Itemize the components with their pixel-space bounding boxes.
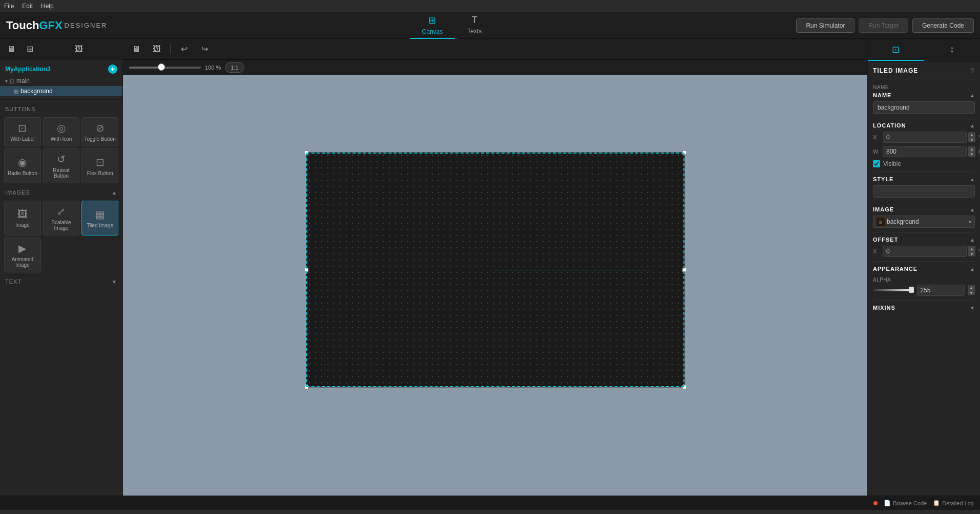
- undo-button[interactable]: ↩: [177, 42, 191, 56]
- alpha-decrement[interactable]: ▼: [968, 290, 975, 295]
- handle-bottom-right[interactable]: [682, 385, 686, 389]
- menu-help[interactable]: Help: [41, 3, 54, 10]
- detailed-log-button[interactable]: 📋 Detailed Log: [933, 500, 974, 506]
- text-section-toggle[interactable]: ▼: [112, 279, 117, 285]
- w-decrement[interactable]: ▼: [968, 152, 975, 157]
- tab-canvas[interactable]: ⊞ Canvas: [410, 12, 455, 39]
- alpha-increment[interactable]: ▲: [968, 285, 975, 290]
- location-xy-row: X ▲ ▼ Y ▲ ▼: [873, 132, 975, 143]
- x-input[interactable]: [883, 132, 967, 143]
- menu-edit[interactable]: Edit: [22, 3, 33, 10]
- alpha-thumb[interactable]: [909, 287, 914, 293]
- canvas-tab-label: Canvas: [422, 28, 443, 35]
- offset-x-increment[interactable]: ▲: [968, 246, 975, 251]
- name-collapse[interactable]: ▲: [970, 93, 975, 98]
- generate-code-button[interactable]: Generate Code: [912, 18, 974, 33]
- mixins-collapse[interactable]: ▼: [970, 305, 975, 311]
- images-section-header: IMAGES ▲: [4, 187, 118, 198]
- w-increment[interactable]: ▲: [968, 146, 975, 152]
- offset-collapse[interactable]: ▲: [970, 237, 975, 243]
- repeat-button-widget[interactable]: ↺ Repeat Button: [43, 148, 80, 183]
- help-icon[interactable]: ?: [970, 67, 975, 75]
- images-section-toggle[interactable]: ▲: [112, 190, 117, 196]
- w-stepper: ▲ ▼: [968, 146, 975, 157]
- right-tabs: ⊡ ↕: [868, 39, 980, 61]
- handle-top-right[interactable]: [682, 151, 686, 155]
- visible-checkbox[interactable]: [873, 160, 880, 167]
- image-selector[interactable]: ▦ background ▾: [873, 216, 975, 228]
- add-item-button[interactable]: +: [108, 65, 117, 74]
- flex-button-widget[interactable]: ⊡ Flex Button: [81, 148, 118, 183]
- radio-button-widget[interactable]: ◉ Radio Button: [4, 148, 41, 183]
- with-label-text: With Label: [10, 136, 34, 142]
- panel-title: TILED IMAGE ?: [873, 67, 975, 75]
- x-increment[interactable]: ▲: [968, 132, 975, 137]
- canvas-screen-icon[interactable]: 🖥: [129, 42, 143, 56]
- tree-item-main[interactable]: ▾ ◻ main: [0, 76, 122, 86]
- w-input[interactable]: [883, 146, 967, 157]
- toolbar-row: 🖥 ⊞ 🖼: [0, 39, 122, 59]
- handle-top-left[interactable]: [304, 151, 308, 155]
- handle-mid-right[interactable]: [682, 268, 686, 272]
- canvas-viewport[interactable]: 100 % 1:1: [123, 59, 867, 496]
- tiled-background: [306, 153, 684, 387]
- screen-view-button[interactable]: 🖥: [4, 42, 18, 56]
- toggle-button-widget[interactable]: ⊘ Toggle Button: [81, 117, 118, 146]
- run-target-button[interactable]: Run Target: [859, 18, 908, 33]
- scalable-image-widget[interactable]: ⤢ Scalable Image: [43, 201, 80, 235]
- tree-item-background[interactable]: ▦ background: [0, 86, 122, 96]
- zoom-thumb[interactable]: [158, 63, 165, 71]
- buttons-section-label: Buttons: [5, 106, 35, 112]
- with-label-widget[interactable]: ⊡ With Label: [4, 117, 41, 146]
- zoom-slider[interactable]: [129, 67, 201, 69]
- tiled-image-widget[interactable]: ▦ Tiled Image: [81, 201, 118, 235]
- grid-view-button[interactable]: ⊞: [23, 42, 37, 56]
- image-section-header: IMAGE ▲: [873, 206, 975, 212]
- canvas-tab-icon: ⊞: [428, 15, 436, 26]
- style-collapse[interactable]: ▲: [970, 177, 975, 182]
- style-select[interactable]: [873, 185, 975, 198]
- menu-file[interactable]: File: [4, 3, 14, 10]
- buttons-grid: ⊡ With Label ◎ With Icon ⊘ Toggle Button…: [4, 117, 118, 183]
- app-name[interactable]: MyApplication3: [5, 66, 51, 73]
- tab-texts[interactable]: T Texts: [455, 12, 494, 39]
- name-section-header: NAME ▲: [873, 92, 975, 98]
- run-simulator-button[interactable]: Run Simulator: [796, 18, 854, 33]
- with-icon-widget[interactable]: ◎ With Icon: [43, 117, 80, 146]
- handle-bottom-left[interactable]: [304, 385, 308, 389]
- location-section-header: LOCATION ▲: [873, 122, 975, 128]
- x-stepper: ▲ ▼: [968, 132, 975, 142]
- handle-mid-left[interactable]: [304, 268, 308, 272]
- alpha-slider[interactable]: [873, 289, 914, 291]
- appearance-collapse[interactable]: ▲: [970, 266, 975, 272]
- nav-tabs: ⊞ Canvas T Texts: [410, 12, 494, 39]
- tree-item-background-label: background: [20, 88, 53, 95]
- tiled-image-icon: ▦: [95, 208, 105, 221]
- tree-panel: MyApplication3 + ▾ ◻ main ▦ background: [0, 59, 122, 100]
- location-collapse[interactable]: ▲: [970, 123, 975, 128]
- name-input[interactable]: [873, 101, 975, 114]
- text-section-label: TEXT: [5, 279, 22, 285]
- offset-x-input[interactable]: [883, 246, 967, 257]
- offset-x-decrement[interactable]: ▼: [968, 251, 975, 256]
- canvas-image-icon[interactable]: 🖼: [150, 42, 164, 56]
- w-coord-group: W ▲ ▼: [873, 146, 975, 157]
- animated-image-widget[interactable]: ▶ Animated Image: [4, 238, 41, 272]
- canvas-view-button[interactable]: 🖼: [72, 42, 86, 56]
- image-icon: ▦: [13, 88, 18, 95]
- image-collapse[interactable]: ▲: [970, 207, 975, 212]
- divider-5: [873, 232, 975, 232]
- screen-frame[interactable]: [306, 152, 685, 388]
- alpha-stepper: ▲ ▼: [968, 285, 975, 295]
- mixins-section-title: MIXINS: [873, 305, 895, 311]
- alpha-input[interactable]: [917, 285, 965, 296]
- toggle-button-icon: ⊘: [96, 122, 105, 134]
- tree-item-main-label: main: [16, 77, 30, 84]
- image-widget[interactable]: 🖼 Image: [4, 201, 41, 235]
- browse-code-button[interactable]: 📄 Browse Code: [884, 500, 927, 506]
- x-decrement[interactable]: ▼: [968, 137, 975, 142]
- logobar: TouchGFXDESIGNER ⊞ Canvas T Texts Run Si…: [0, 12, 980, 39]
- redo-button[interactable]: ↪: [197, 42, 212, 56]
- right-tab-properties[interactable]: ⊡: [868, 39, 924, 61]
- right-tab-interactions[interactable]: ↕: [924, 39, 981, 61]
